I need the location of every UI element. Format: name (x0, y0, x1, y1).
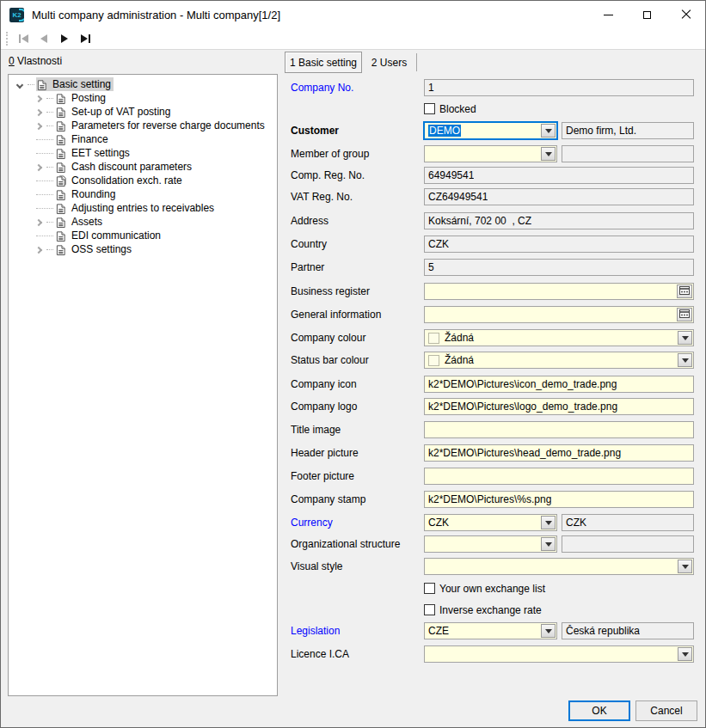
footer-picture-field[interactable] (424, 468, 694, 485)
company-icon-field[interactable]: k2*DEMO\Pictures\icon_demo_trade.png (424, 376, 694, 393)
legislation-lookup-field[interactable]: Česká republika (562, 622, 694, 639)
customer-dropdown-button[interactable] (541, 124, 556, 138)
currency-lookup-field[interactable]: CZK (562, 514, 694, 531)
document-icon (56, 106, 67, 119)
licence-ica-combo[interactable] (424, 645, 694, 663)
tree-item-edi-communication[interactable]: EDI communication (9, 229, 277, 242)
tree-item-adjusting-entries-to-receivables[interactable]: Adjusting entries to receivables (9, 201, 277, 215)
tree-item-oss-settings[interactable]: OSS settings (9, 242, 277, 256)
tree-item-label: Basic setting (52, 78, 111, 90)
company-stamp-value: k2*DEMO\Pictures\%s.png (425, 493, 551, 505)
chevron-right-icon[interactable] (35, 219, 42, 226)
lookup-table-icon (679, 285, 690, 297)
company-colour-dropdown-button[interactable] (678, 331, 692, 345)
member-of-group-lookup-field[interactable] (562, 145, 694, 162)
vat-reg-no-field[interactable]: CZ64949541 (424, 188, 694, 205)
document-icon (56, 119, 67, 132)
tree-item-cash-discount-parameters[interactable]: Cash discount parameters (9, 160, 277, 174)
organizational-structure-dropdown-button[interactable] (541, 537, 556, 551)
general-information-field[interactable] (424, 306, 694, 323)
tree-item-finance[interactable]: Finance (9, 132, 277, 146)
partner-field[interactable]: 5 (424, 259, 694, 276)
company-logo-value: k2*DEMO\Pictures\logo_demo_trade.png (425, 401, 617, 413)
partner-value: 5 (425, 261, 434, 273)
legislation-combo-value: CZE (425, 625, 449, 637)
tree-item-set-up-of-vat-posting[interactable]: Set-up of VAT posting (9, 105, 277, 119)
customer-combo[interactable]: DEMO (424, 122, 557, 139)
chevron-right-icon[interactable] (35, 109, 42, 116)
business-register-field[interactable] (424, 283, 694, 300)
tree-item-eet-settings[interactable]: EET settings (9, 146, 277, 160)
business-register-lookup-button[interactable] (677, 284, 692, 298)
tree-item-consolidation-exch-rate[interactable]: Consolidation exch. rate (9, 174, 277, 187)
company-stamp-field[interactable]: k2*DEMO\Pictures\%s.png (424, 491, 694, 508)
window-controls (589, 1, 705, 28)
chevron-right-icon[interactable] (35, 95, 42, 102)
address-label: Address (291, 215, 328, 227)
chevron-down-icon[interactable] (16, 82, 23, 89)
company-logo-field[interactable]: k2*DEMO\Pictures\logo_demo_trade.png (424, 398, 694, 415)
blocked-checkbox[interactable] (424, 103, 435, 114)
cancel-button[interactable]: Cancel (635, 700, 697, 721)
licence-ica-dropdown-button[interactable] (678, 647, 692, 661)
company-logo-label: Company logo (291, 401, 357, 413)
nav-previous-button[interactable] (34, 30, 54, 48)
minimize-icon (604, 15, 613, 15)
comp-reg-no-field[interactable]: 64949541 (424, 167, 694, 184)
inverse-exchange-rate-checkbox-label: Inverse exchange rate (439, 604, 542, 616)
legislation-dropdown-button[interactable] (541, 624, 556, 638)
own-exchange-list-checkbox-label: Your own exchange list (439, 583, 545, 595)
company-colour-combo[interactable]: Žádná (424, 329, 694, 346)
maximize-button[interactable] (628, 1, 666, 28)
address-field[interactable]: Koksární, 702 00 , CZ (424, 212, 694, 229)
company-no-label: Company No. (291, 82, 353, 94)
country-value: CZK (425, 238, 449, 250)
chevron-right-icon[interactable] (35, 247, 42, 254)
inverse-exchange-rate-checkbox[interactable] (424, 604, 435, 615)
company-no-field[interactable]: 1 (424, 79, 694, 96)
tree-item-basic-setting[interactable]: Basic setting (9, 77, 277, 91)
organizational-structure-combo[interactable] (424, 535, 557, 553)
close-button[interactable] (666, 1, 705, 28)
member-of-group-dropdown-button[interactable] (541, 147, 556, 161)
document-icon (56, 243, 67, 256)
chevron-right-icon[interactable] (35, 123, 42, 130)
tree-item-rounding[interactable]: Rounding (9, 187, 277, 201)
color-swatch (428, 333, 439, 344)
chevron-down-icon (682, 336, 689, 340)
nav-first-button[interactable] (13, 30, 34, 48)
legislation-combo[interactable]: CZE (424, 622, 557, 639)
nav-next-button[interactable] (54, 30, 75, 48)
title-image-field[interactable] (424, 421, 694, 438)
status-bar-colour-combo[interactable]: Žádná (424, 352, 694, 369)
minimize-button[interactable] (589, 1, 628, 28)
chevron-down-icon (545, 521, 552, 525)
nav-first-icon (19, 34, 21, 43)
currency-combo[interactable]: CZK (424, 514, 557, 531)
visual-style-dropdown-button[interactable] (678, 560, 692, 573)
tree-item-parameters-for-reverse-charge-documents[interactable]: Parameters for reverse charge documents (9, 119, 277, 132)
toolbar-drag-handle[interactable] (6, 32, 8, 46)
header-picture-field[interactable]: k2*DEMO\Pictures\head_demo_trade.png (424, 444, 694, 462)
vat-reg-no-label: VAT Reg. No. (291, 191, 353, 203)
own-exchange-list-checkbox[interactable] (424, 583, 435, 594)
country-field[interactable]: CZK (424, 236, 694, 253)
member-of-group-combo[interactable] (424, 145, 557, 162)
window-title: Multi company administration - Multi com… (32, 9, 280, 21)
tree-item-label: Adjusting entries to receivables (71, 202, 214, 214)
ok-button[interactable]: OK (568, 700, 630, 721)
currency-dropdown-button[interactable] (541, 516, 556, 529)
nav-last-button[interactable] (75, 30, 95, 48)
business-register-label: Business register (291, 285, 370, 297)
chevron-right-icon[interactable] (35, 164, 42, 171)
tab-users[interactable]: 2 Users (362, 53, 417, 71)
status-bar-colour-dropdown-button[interactable] (678, 353, 692, 367)
customer-lookup-field[interactable]: Demo firm, Ltd. (562, 122, 694, 139)
organizational-structure-lookup-field[interactable] (562, 535, 694, 553)
tab-basic-setting[interactable]: 1 Basic setting (285, 52, 362, 73)
tree-item-posting[interactable]: Posting (9, 91, 277, 105)
title-image-label: Title image (291, 424, 341, 436)
general-information-lookup-button[interactable] (677, 308, 692, 321)
tree-item-assets[interactable]: Assets (9, 215, 277, 229)
visual-style-combo[interactable] (424, 558, 694, 575)
